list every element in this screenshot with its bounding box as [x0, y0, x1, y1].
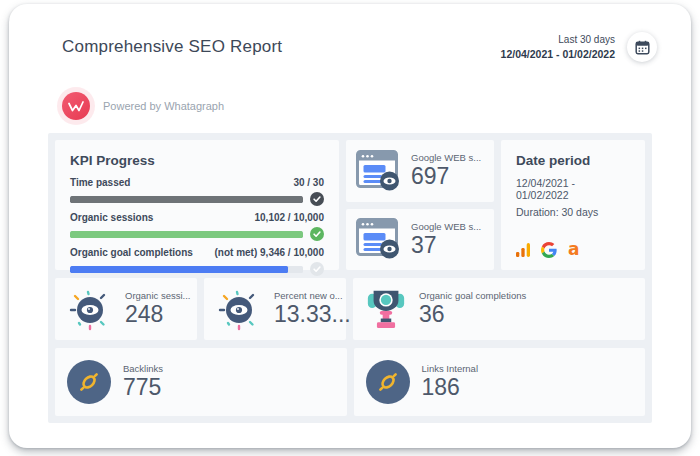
- metric-value: 36: [419, 302, 526, 327]
- powered-by-text: Powered by Whatagraph: [103, 100, 224, 112]
- date-period-range: 12/04/2021 - 01/02/2022: [516, 177, 630, 201]
- date-range-text: Last 30 days 12/04/2021 - 01/02/2022: [501, 34, 615, 60]
- metric-label: Percent new o...: [274, 290, 351, 301]
- metric-label: Links Internal: [422, 363, 479, 374]
- metric-label: Organic goal completions: [419, 290, 526, 301]
- kpi-progress-card: KPI Progress Time passed 30 / 30: [55, 140, 339, 270]
- source-icons: a: [516, 241, 630, 258]
- metric-label: Organic sessi...: [125, 290, 190, 301]
- web-cards-column: Google WEB s... 697: [346, 140, 494, 270]
- metric-text: Organic goal completions 36: [419, 290, 526, 327]
- link-icon-circle: [67, 360, 111, 404]
- google-icon: [541, 242, 557, 258]
- browser-eye-icon: [356, 150, 401, 192]
- metric-text: Backlinks 775: [123, 363, 163, 400]
- date-period-title: Date period: [516, 153, 630, 168]
- metric-value: 697: [411, 164, 481, 189]
- metric-label: Google WEB s...: [411, 152, 481, 163]
- metric-value: 186: [422, 375, 479, 400]
- progress-track: [70, 266, 303, 273]
- browser-eye-icon: [356, 218, 401, 260]
- metric-value: 37: [411, 233, 481, 258]
- metric-label: Google WEB s...: [411, 221, 481, 232]
- date-range-picker[interactable]: Last 30 days 12/04/2021 - 01/02/2022: [501, 32, 657, 62]
- check-circle-green-icon: [310, 227, 324, 241]
- check-circle-dark-icon: [310, 192, 324, 206]
- check-circle-pending-icon: [310, 262, 324, 276]
- metric-text: Organic sessi... 248: [125, 290, 190, 327]
- trophy-icon: [365, 286, 407, 332]
- kpi-label: Organic goal completions: [70, 247, 193, 258]
- links-internal-card: Links Internal 186: [354, 348, 646, 416]
- kpi-title: KPI Progress: [70, 153, 324, 168]
- kpi-value: (not met) 9,346 / 10,000: [215, 247, 325, 258]
- google-web-sessions-card: Google WEB s... 697: [346, 140, 494, 202]
- report-page: Comprehensive SEO Report Last 30 days 12…: [9, 4, 691, 448]
- link-icon-circle: [366, 360, 410, 404]
- kpi-value: 30 / 30: [293, 177, 324, 188]
- kpi-label: Time passed: [70, 177, 130, 188]
- whatagraph-logo: [62, 92, 90, 120]
- metric-value: 13.33...: [274, 302, 351, 327]
- progress-fill: [70, 196, 303, 203]
- widgets-row-3: Backlinks 775 Links Internal: [55, 348, 645, 416]
- kpi-label: Organic sessions: [70, 212, 153, 223]
- date-range-value: 12/04/2021 - 01/02/2022: [501, 48, 615, 60]
- metric-text: Links Internal 186: [422, 363, 479, 400]
- metric-text: Google WEB s... 697: [411, 152, 481, 189]
- date-range-label: Last 30 days: [501, 34, 615, 45]
- progress-track: [70, 231, 303, 238]
- metric-text: Percent new o... 13.33...: [274, 290, 351, 327]
- backlinks-card: Backlinks 775: [55, 348, 347, 416]
- kpi-value: 10,102 / 10,000: [254, 212, 324, 223]
- progress-fill: [70, 266, 288, 273]
- progress-track: [70, 196, 303, 203]
- widgets-panel: KPI Progress Time passed 30 / 30: [48, 133, 652, 423]
- widgets-row-2: Organic sessi... 248: [55, 278, 645, 340]
- date-period-card: Date period 12/04/2021 - 01/02/2022 Dura…: [501, 140, 645, 270]
- eye-sparkle-icon: [216, 286, 262, 332]
- report-header: Comprehensive SEO Report Last 30 days 12…: [9, 4, 691, 62]
- kpi-row-time-passed: Time passed 30 / 30: [70, 177, 324, 206]
- google-web-sessions-card-2: Google WEB s... 37: [346, 209, 494, 271]
- google-analytics-icon: [516, 243, 530, 257]
- page-title: Comprehensive SEO Report: [62, 37, 282, 57]
- metric-label: Backlinks: [123, 363, 163, 374]
- organic-sessions-card: Organic sessi... 248: [55, 278, 197, 340]
- link-icon: [77, 370, 101, 394]
- calendar-button[interactable]: [627, 32, 657, 62]
- widgets-row-1: KPI Progress Time passed 30 / 30: [55, 140, 645, 270]
- ahrefs-icon: a: [568, 241, 579, 258]
- eye-sparkle-icon: [67, 286, 113, 332]
- branding-row: Powered by Whatagraph: [62, 92, 691, 120]
- link-icon: [376, 370, 400, 394]
- organic-goal-completions-card: Organic goal completions 36: [353, 278, 645, 340]
- kpi-row-organic-sessions: Organic sessions 10,102 / 10,000: [70, 212, 324, 241]
- percent-new-card: Percent new o... 13.33...: [204, 278, 346, 340]
- kpi-row-organic-goal-completions: Organic goal completions (not met) 9,346…: [70, 247, 324, 276]
- calendar-icon: [635, 40, 650, 55]
- metric-text: Google WEB s... 37: [411, 221, 481, 258]
- whatagraph-w-icon: [68, 100, 84, 113]
- progress-fill: [70, 231, 303, 238]
- metric-value: 248: [125, 302, 190, 327]
- metric-value: 775: [123, 375, 163, 400]
- date-period-duration: Duration: 30 days: [516, 206, 630, 218]
